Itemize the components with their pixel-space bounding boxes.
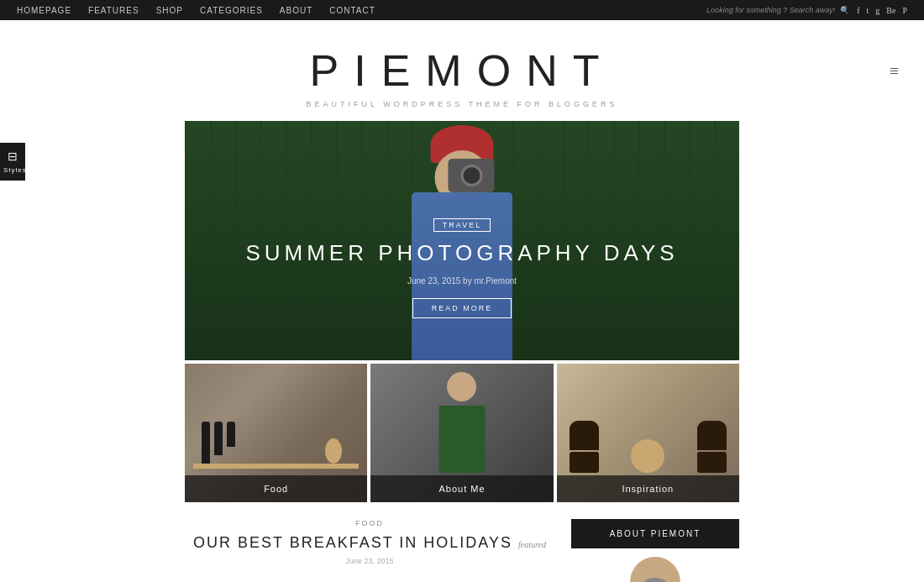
article-title-text: OUR BEST BREAKFAST IN HOLIDAYS bbox=[193, 534, 512, 551]
styles-label: Styles bbox=[3, 166, 27, 174]
chair-back bbox=[570, 421, 599, 450]
card-aboutme[interactable]: About me bbox=[370, 364, 553, 502]
styles-icon: ⊟ bbox=[3, 149, 22, 163]
food-decoration bbox=[325, 438, 342, 464]
inspiration-card-label: Inspiration bbox=[557, 475, 739, 502]
hero-section: TRAVEL SUMMER PHOTOGRAPHY DAYS June 23, … bbox=[185, 121, 739, 360]
bottle-2 bbox=[214, 422, 223, 455]
hero-meta: June 23, 2015 by mr.Piemont bbox=[185, 276, 739, 286]
search-area: Looking for something ? Search away! 🔍 bbox=[706, 6, 848, 14]
avatar bbox=[630, 557, 680, 582]
ap-body bbox=[438, 406, 485, 473]
article-date: June 23, 2015 bbox=[185, 557, 554, 565]
chair-seat bbox=[570, 452, 599, 473]
shelf bbox=[193, 464, 359, 469]
aboutme-person bbox=[438, 406, 485, 473]
hero-title: SUMMER PHOTOGRAPHY DAYS bbox=[185, 240, 739, 266]
top-bar: HOMEPAGE FEATURES SHOP CATEGORIES ABOUT … bbox=[0, 0, 924, 20]
card-food[interactable]: Food bbox=[185, 364, 367, 502]
hero-tag: TRAVEL bbox=[433, 218, 491, 232]
hero-content: TRAVEL SUMMER PHOTOGRAPHY DAYS June 23, … bbox=[185, 216, 739, 318]
food-category-tag[interactable]: FOOD bbox=[185, 519, 554, 527]
styles-button[interactable]: ⊟ Styles bbox=[0, 143, 25, 181]
card-grid: Food About me Inspiration bbox=[185, 364, 739, 502]
googleplus-icon[interactable]: g bbox=[875, 6, 879, 15]
round-table bbox=[631, 439, 664, 473]
chair-seat-r bbox=[697, 452, 727, 473]
site-tagline: BEAUTIFUL WORDPRESS THEME FOR BLOGGERS bbox=[17, 100, 907, 108]
nav-about[interactable]: ABOUT bbox=[280, 6, 312, 15]
hamburger-menu-icon[interactable]: ≡ bbox=[890, 61, 899, 81]
bottom-left: FOOD OUR BEST BREAKFAST IN HOLIDAYS feat… bbox=[185, 519, 554, 582]
aboutme-card-label: About me bbox=[370, 475, 553, 502]
article-title: OUR BEST BREAKFAST IN HOLIDAYS featured bbox=[185, 534, 554, 552]
bottle-3 bbox=[227, 422, 235, 447]
nav-shop[interactable]: SHOP bbox=[156, 6, 183, 15]
top-nav: HOMEPAGE FEATURES SHOP CATEGORIES ABOUT … bbox=[17, 6, 375, 15]
nav-homepage[interactable]: HOMEPAGE bbox=[17, 6, 71, 15]
nav-contact[interactable]: CONTACT bbox=[329, 6, 375, 15]
site-logo[interactable]: PIEMONT bbox=[17, 45, 907, 96]
chair-right bbox=[697, 421, 727, 473]
pinterest-icon[interactable]: P bbox=[902, 6, 907, 15]
search-icon[interactable]: 🔍 bbox=[839, 6, 848, 14]
bottom-right: ABOUT PIEMONT bbox=[571, 519, 739, 582]
bottle-1 bbox=[202, 422, 210, 464]
top-bar-right: Looking for something ? Search away! 🔍 f… bbox=[706, 6, 907, 15]
ap-head bbox=[447, 372, 476, 401]
hero-image: TRAVEL SUMMER PHOTOGRAPHY DAYS June 23, … bbox=[185, 121, 739, 360]
featured-label: featured bbox=[518, 540, 546, 549]
site-header: PIEMONT BEAUTIFUL WORDPRESS THEME FOR BL… bbox=[0, 20, 924, 121]
social-icons: f t g Be P bbox=[857, 6, 907, 15]
behance-icon[interactable]: Be bbox=[886, 6, 895, 15]
food-card-label: Food bbox=[185, 475, 367, 502]
twitter-icon[interactable]: t bbox=[867, 6, 869, 15]
card-inspiration[interactable]: Inspiration bbox=[557, 364, 739, 502]
bottles bbox=[202, 422, 235, 464]
about-piemont-button[interactable]: ABOUT PIEMONT bbox=[571, 519, 739, 548]
facebook-icon[interactable]: f bbox=[857, 6, 859, 15]
bottom-section: FOOD OUR BEST BREAKFAST IN HOLIDAYS feat… bbox=[185, 502, 739, 582]
nav-features[interactable]: FEATURES bbox=[88, 6, 139, 15]
camera bbox=[449, 159, 495, 192]
search-placeholder-text: Looking for something ? Search away! bbox=[706, 6, 835, 14]
nav-categories[interactable]: CATEGORIES bbox=[200, 6, 263, 15]
avatar-body bbox=[638, 578, 672, 582]
chair-left bbox=[570, 421, 599, 473]
chair-back-r bbox=[697, 421, 727, 450]
read-more-button[interactable]: READ MORE bbox=[412, 298, 512, 318]
